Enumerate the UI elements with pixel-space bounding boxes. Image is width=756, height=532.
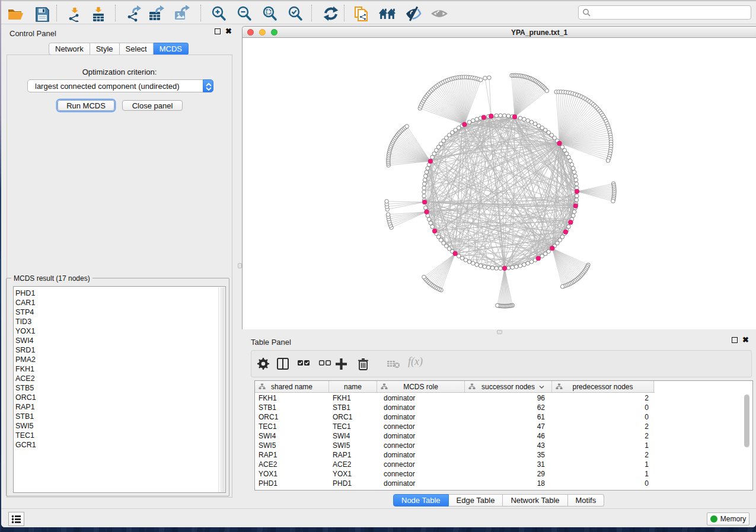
zoom-fit-button[interactable]	[261, 5, 278, 22]
export-network-button[interactable]	[125, 5, 142, 22]
mcds-result-item[interactable]: SWI4	[15, 336, 36, 345]
tab-network-table[interactable]: Network Table	[503, 494, 567, 507]
tab-style[interactable]: Style	[90, 43, 120, 55]
memory-button[interactable]: Memory	[707, 512, 749, 525]
table-row[interactable]: ACE2ACE2connector311	[255, 460, 752, 469]
mcds-result-item[interactable]: YOX1	[15, 326, 36, 336]
save-session-button[interactable]	[33, 5, 50, 22]
table-scrollbar-thumb[interactable]	[744, 395, 749, 447]
table-cell: TEC1	[329, 422, 377, 431]
refresh-icon	[323, 5, 339, 22]
column-header-name[interactable]: name	[329, 381, 377, 393]
horizontal-splitter[interactable]	[242, 329, 756, 335]
horizontal-splitter-grip[interactable]	[497, 330, 502, 334]
tab-motifs[interactable]: Motifs	[568, 494, 605, 507]
mcds-result-item[interactable]: TID3	[15, 317, 36, 326]
mcds-result-item[interactable]: FKH1	[15, 364, 36, 374]
close-panel-button[interactable]: Close panel	[122, 100, 183, 111]
columns-button[interactable]	[276, 357, 289, 370]
mcds-result-item[interactable]: STP4	[15, 307, 36, 317]
vertical-splitter[interactable]	[238, 25, 242, 508]
import-network-button[interactable]	[66, 5, 83, 22]
mcds-result-item[interactable]: CAR1	[15, 298, 36, 307]
table-row[interactable]: STB1STB1dominator620	[255, 403, 752, 412]
mcds-result-item[interactable]: PHD1	[15, 289, 36, 298]
table-row[interactable]: SWI5SWI5connector431	[255, 441, 752, 450]
mcds-result-item[interactable]: PMA2	[15, 355, 36, 364]
run-mcds-button[interactable]: Run MCDS	[58, 100, 114, 111]
mcds-result-item[interactable]: STB5	[15, 383, 36, 393]
memory-label: Memory	[720, 515, 746, 523]
find-button[interactable]	[379, 5, 395, 22]
column-header-successor-nodes[interactable]: successor nodes	[465, 381, 552, 393]
tab-select[interactable]: Select	[120, 43, 154, 55]
mcds-result-item[interactable]: STB1	[15, 412, 36, 421]
minimize-traffic-light[interactable]	[259, 29, 266, 36]
table-scrollbar[interactable]	[743, 382, 751, 489]
maximize-traffic-light[interactable]	[271, 29, 277, 36]
mcds-list-scrollbar[interactable]	[218, 287, 225, 493]
table-cell: YOX1	[255, 469, 329, 479]
control-panel-float-icon[interactable]	[215, 28, 221, 34]
node-table: shared namename MCDS role successor node…	[254, 380, 753, 491]
zoom-out-button[interactable]	[236, 5, 253, 22]
table-cell: 2	[552, 422, 654, 431]
mcds-result-item[interactable]: TEC1	[15, 431, 36, 440]
gear-button[interactable]	[256, 357, 269, 370]
tab-node-table[interactable]: Node Table	[393, 494, 449, 507]
mcds-result-item[interactable]: SWI5	[15, 421, 36, 431]
mcds-result-item[interactable]: ACE2	[15, 374, 36, 383]
column-header-predecessor-nodes[interactable]: predecessor nodes	[552, 381, 654, 393]
table-panel-float-icon[interactable]	[732, 337, 738, 343]
mcds-result-list[interactable]: PHD1CAR1STP4TID3YOX1SWI4SRD1PMA2FKH1ACE2…	[13, 286, 226, 493]
select-all-button[interactable]	[297, 357, 310, 370]
network-list-button[interactable]	[8, 512, 24, 526]
table-row[interactable]: SWI4SWI4dominator462	[255, 431, 752, 441]
trash-button[interactable]	[356, 357, 369, 370]
table-row[interactable]: RAP1RAP1dominator352	[255, 450, 752, 460]
control-panel-close-icon[interactable]: ✖	[225, 28, 232, 34]
column-header-MCDS-role[interactable]: MCDS role	[377, 381, 465, 393]
criterion-dropdown[interactable]: largest connected component (undirected)	[27, 79, 213, 92]
refresh-button[interactable]	[323, 5, 339, 22]
export-table-icon	[148, 5, 164, 22]
mcds-result-item[interactable]: RAP1	[15, 402, 36, 412]
mcds-result-item[interactable]: ORC1	[15, 393, 36, 402]
mcds-result-item[interactable]: GCR1	[15, 440, 36, 450]
zoom-selected-button[interactable]	[287, 5, 304, 22]
table-cell: dominator	[377, 393, 465, 403]
network-graph[interactable]	[243, 39, 756, 329]
table-row[interactable]: YOX1YOX1connector291	[255, 469, 752, 479]
main-toolbar	[1, 1, 756, 24]
table-row[interactable]: PHD1PHD1dominator180	[255, 479, 752, 488]
clone-network-button[interactable]	[353, 5, 369, 22]
add-button[interactable]	[334, 357, 347, 370]
network-canvas[interactable]	[243, 39, 756, 329]
table-cell: 0	[552, 412, 654, 422]
search-input[interactable]	[594, 7, 748, 18]
add-icon	[334, 357, 347, 370]
table-panel-close-icon[interactable]: ✖	[742, 337, 749, 343]
mcds-result-item[interactable]: SRD1	[15, 345, 36, 355]
zoom-in-button[interactable]	[210, 5, 227, 22]
show-all-button[interactable]	[431, 5, 448, 22]
table-cell: SWI5	[255, 441, 329, 450]
table-row[interactable]: FKH1FKH1dominator962	[255, 393, 752, 403]
export-image-button[interactable]	[173, 5, 190, 22]
tab-network[interactable]: Network	[49, 43, 90, 55]
delete-table-button[interactable]	[387, 357, 400, 370]
deselect-all-button[interactable]	[318, 357, 331, 370]
vertical-splitter-grip[interactable]	[238, 263, 242, 268]
network-view-titlebar[interactable]: YPA_prune.txt_1	[243, 27, 756, 38]
hide-selected-button[interactable]	[405, 5, 422, 22]
export-table-button[interactable]	[148, 5, 164, 22]
function-builder-button[interactable]: f(x)	[408, 355, 423, 368]
open-file-button[interactable]	[7, 5, 23, 22]
table-row[interactable]: TEC1TEC1connector472	[255, 422, 752, 431]
tab-mcds[interactable]: MCDS	[154, 43, 189, 55]
close-traffic-light[interactable]	[247, 29, 254, 36]
column-header-shared-name[interactable]: shared name	[255, 381, 329, 393]
tab-edge-table[interactable]: Edge Table	[449, 494, 503, 507]
table-row[interactable]: ORC1ORC1dominator610	[255, 412, 752, 422]
import-table-button[interactable]	[90, 5, 107, 22]
